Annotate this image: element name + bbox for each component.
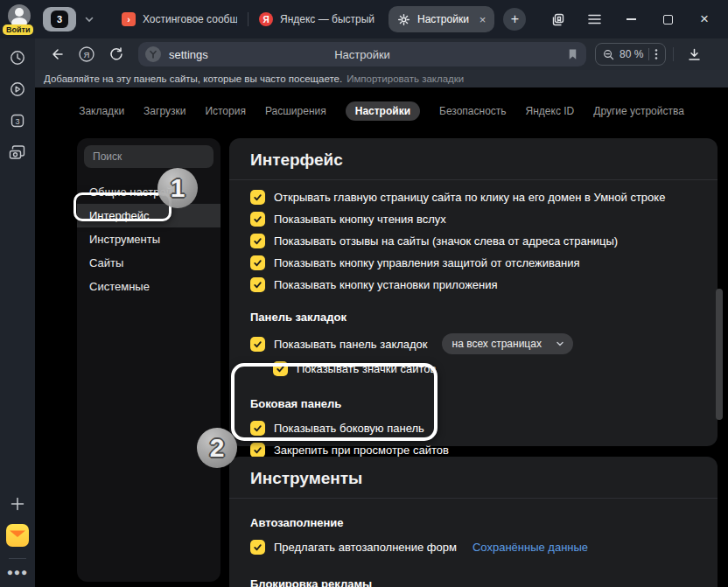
side-strip: 3 ●●● bbox=[0, 38, 35, 587]
collections-icon bbox=[550, 12, 565, 27]
yandex-mail-button[interactable] bbox=[5, 523, 30, 548]
option-row: Показывать кнопку установки приложения bbox=[250, 276, 696, 292]
callout-rect-step2 bbox=[231, 363, 438, 441]
minimize-icon bbox=[626, 18, 636, 20]
tools-section: Инструменты Автозаполнение Предлагать ав… bbox=[229, 457, 718, 587]
option-row: Показывать кнопку чтения вслух bbox=[250, 211, 696, 227]
close-window-button[interactable]: × bbox=[690, 6, 719, 32]
saved-data-link[interactable]: Сохранённые данные bbox=[472, 541, 588, 554]
address-divider bbox=[673, 47, 674, 61]
sidebar-item-tools[interactable]: Инструменты bbox=[77, 227, 220, 251]
zoom-level: 80 % bbox=[620, 48, 643, 60]
settings-page: Закладки Загрузки История Расширения Нас… bbox=[35, 87, 728, 587]
option-row: Открывать главную страницу сайта по клик… bbox=[250, 189, 696, 205]
mail-icon bbox=[6, 524, 29, 547]
new-tab-button[interactable]: + bbox=[503, 8, 526, 31]
home-button[interactable]: Я bbox=[74, 42, 100, 66]
history-button[interactable] bbox=[5, 45, 30, 70]
profile-button[interactable]: Войти bbox=[4, 3, 34, 35]
checkbox[interactable] bbox=[250, 337, 265, 352]
hamburger-icon bbox=[588, 14, 601, 24]
maximize-icon bbox=[663, 15, 673, 24]
dropdown-value: на всех страницах bbox=[452, 338, 542, 350]
bookmark-button[interactable] bbox=[566, 47, 579, 61]
nav-item-yandex-id[interactable]: Яндекс ID bbox=[526, 105, 575, 117]
checkbox[interactable] bbox=[250, 277, 265, 292]
minimize-button[interactable] bbox=[616, 6, 646, 32]
nav-item-downloads[interactable]: Загрузки bbox=[144, 105, 186, 117]
close-tab-icon[interactable]: × bbox=[476, 13, 486, 26]
option-label: Показывать панель закладок bbox=[274, 338, 428, 351]
settings-nav: Закладки Загрузки История Расширения Нас… bbox=[35, 87, 728, 121]
player-button[interactable] bbox=[5, 77, 30, 101]
option-label: Предлагать автозаполнение форм bbox=[274, 541, 457, 554]
sidebar-item-sites[interactable]: Сайты bbox=[77, 251, 220, 275]
tab-group-button[interactable]: 3 bbox=[43, 7, 76, 31]
tab-hosting[interactable]: › Хостинговое сообщ bbox=[113, 5, 246, 33]
checkbox[interactable] bbox=[250, 234, 265, 248]
url-field[interactable]: settings Настройки bbox=[138, 42, 586, 66]
side-panel-button[interactable] bbox=[542, 6, 572, 32]
callout-number-1: 1 bbox=[158, 168, 198, 208]
arrow-left-icon bbox=[49, 46, 65, 62]
chevron-down-icon bbox=[556, 339, 564, 348]
more-panels-button[interactable]: ●●● bbox=[7, 566, 29, 578]
checkbox[interactable] bbox=[250, 255, 265, 270]
yandex-home-icon: Я bbox=[77, 45, 96, 64]
checkbox[interactable] bbox=[250, 540, 265, 555]
option-label: Показывать кнопку управления защитой от … bbox=[274, 256, 580, 269]
strip-divider bbox=[9, 558, 26, 559]
adblock-heading: Блокировка рекламы bbox=[250, 577, 696, 587]
bookmarks-pages-dropdown[interactable]: на всех страницах bbox=[442, 333, 573, 354]
checkbox[interactable] bbox=[250, 190, 265, 205]
scrollbar-thumb[interactable] bbox=[716, 289, 723, 420]
tab-group-chevron-button[interactable] bbox=[78, 7, 101, 31]
nav-item-bookmarks[interactable]: Закладки bbox=[79, 105, 124, 117]
nav-item-extensions[interactable]: Расширения bbox=[265, 105, 326, 117]
tab-title: Яндекс — быстрый п bbox=[280, 13, 374, 25]
option-label: Показывать отзывы на сайты (значок слева… bbox=[274, 234, 618, 248]
play-icon bbox=[9, 80, 26, 98]
url-text: settings bbox=[169, 48, 208, 61]
kebab-icon[interactable] bbox=[654, 48, 658, 60]
option-label: Открывать главную страницу сайта по клик… bbox=[274, 191, 665, 204]
search-input[interactable] bbox=[84, 145, 214, 168]
sidebar-item-system[interactable]: Системные bbox=[77, 275, 220, 298]
refresh-icon bbox=[108, 46, 124, 62]
address-bar: Я settings Настройки 80 bbox=[35, 38, 728, 70]
tab-count: 3 bbox=[51, 10, 68, 28]
nav-item-other-devices[interactable]: Другие устройства bbox=[593, 105, 684, 117]
tab-settings-active[interactable]: Настройки × bbox=[388, 6, 494, 32]
refresh-button[interactable] bbox=[103, 42, 130, 66]
option-row: Предлагать автозаполнение форм Сохранённ… bbox=[250, 539, 696, 555]
callout-number-2: 2 bbox=[197, 428, 237, 468]
callout-rect-step1 bbox=[74, 192, 172, 221]
tab-yandex[interactable]: Я Яндекс — быстрый п bbox=[250, 5, 383, 33]
bookmarks-panel-heading: Панель закладок bbox=[250, 311, 696, 324]
nav-item-security[interactable]: Безопасность bbox=[439, 105, 507, 117]
zoom-divider bbox=[648, 48, 649, 60]
downloads-button[interactable] bbox=[681, 42, 707, 66]
site-favicon-icon: › bbox=[122, 12, 136, 26]
tabs-panel-button[interactable]: 3 bbox=[5, 108, 30, 133]
nav-item-settings-active[interactable]: Настройки bbox=[346, 101, 420, 121]
nav-item-history[interactable]: История bbox=[205, 105, 246, 117]
checkbox[interactable] bbox=[250, 212, 265, 227]
menu-button[interactable] bbox=[579, 6, 609, 32]
sign-in-badge[interactable]: Войти bbox=[3, 24, 33, 35]
zoom-out-icon bbox=[603, 49, 614, 60]
import-bookmarks-link[interactable]: Импортировать закладки bbox=[346, 73, 464, 84]
option-label: Показывать кнопку установки приложения bbox=[274, 278, 498, 291]
checkbox[interactable] bbox=[250, 443, 265, 458]
maximize-button[interactable] bbox=[653, 6, 682, 32]
option-row: Показывать панель закладок на всех стран… bbox=[250, 333, 696, 354]
zoom-control[interactable]: 80 % bbox=[595, 43, 666, 66]
screenshot-button[interactable] bbox=[5, 140, 30, 164]
add-panel-button[interactable] bbox=[5, 492, 30, 516]
option-label: Показывать кнопку чтения вслух bbox=[274, 213, 446, 226]
chevron-down-icon bbox=[84, 14, 94, 24]
browser-window: Войти 3 › Хостинговое сообщ Я Яндекс — б… bbox=[0, 0, 728, 587]
svg-text:Я: Я bbox=[84, 50, 90, 59]
site-badge-icon[interactable] bbox=[145, 46, 161, 62]
back-button[interactable] bbox=[44, 42, 70, 66]
